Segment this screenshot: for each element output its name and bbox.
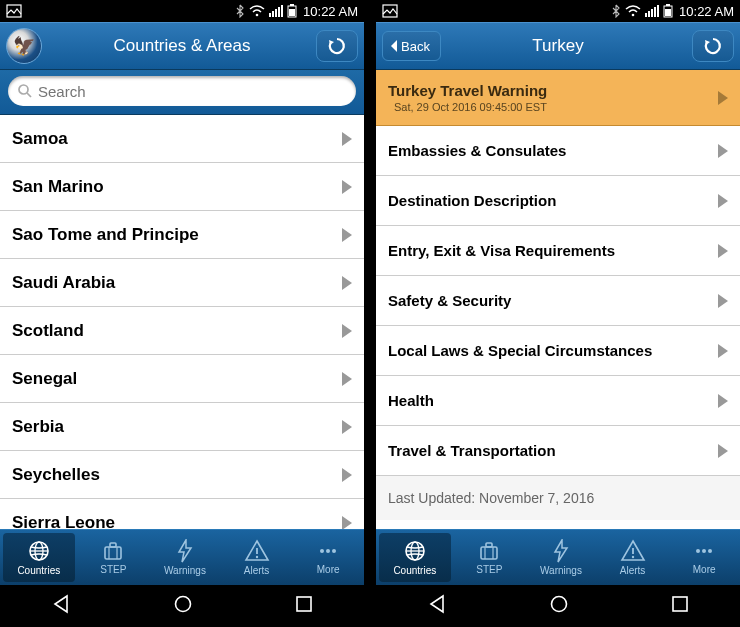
list-item[interactable]: Scotland — [0, 307, 364, 355]
app-header: Back Turkey — [376, 22, 740, 70]
refresh-icon — [703, 36, 723, 56]
svg-marker-57 — [718, 394, 728, 408]
list-item[interactable]: Senegal — [0, 355, 364, 403]
list-item[interactable]: Destination Description — [376, 176, 740, 226]
globe-icon — [402, 539, 428, 563]
tab-label: Alerts — [244, 565, 270, 576]
list-item-label: Sierra Leone — [12, 513, 340, 530]
svg-rect-44 — [654, 7, 656, 17]
nav-recent-button[interactable] — [643, 589, 717, 623]
svg-rect-47 — [666, 4, 670, 6]
tab-alerts[interactable]: Alerts — [597, 530, 669, 585]
svg-marker-13 — [342, 132, 352, 146]
chevron-right-icon — [340, 515, 354, 530]
tab-warnings[interactable]: Warnings — [149, 530, 221, 585]
svg-marker-49 — [391, 40, 397, 52]
nav-recent-button[interactable] — [267, 589, 341, 623]
list-item[interactable]: Embassies & Consulates — [376, 126, 740, 176]
page-title: Countries & Areas — [0, 36, 364, 56]
svg-marker-58 — [718, 444, 728, 458]
us-seal-icon: 🦅 — [6, 28, 42, 64]
list-item[interactable]: Saudi Arabia — [0, 259, 364, 307]
list-item[interactable]: Serbia — [0, 403, 364, 451]
list-item[interactable]: Sierra Leone — [0, 499, 364, 529]
tab-step[interactable]: STEP — [454, 530, 526, 585]
svg-marker-14 — [342, 180, 352, 194]
more-icon — [692, 540, 716, 562]
android-nav-bar — [0, 585, 364, 627]
nav-back-button[interactable] — [23, 588, 99, 624]
chevron-right-icon — [716, 193, 730, 209]
globe-icon — [26, 539, 52, 563]
tab-bar: Countries STEP Warnings Alerts More — [0, 529, 364, 585]
svg-rect-26 — [110, 543, 116, 547]
tab-bar: Countries STEP Warnings Alerts More — [376, 529, 740, 585]
svg-marker-36 — [55, 596, 67, 612]
signal-icon — [269, 5, 283, 17]
tab-countries[interactable]: Countries — [3, 533, 75, 582]
svg-point-74 — [552, 597, 567, 612]
back-button[interactable]: Back — [382, 31, 441, 61]
search-icon — [17, 83, 33, 99]
chevron-right-icon — [340, 323, 354, 339]
bolt-icon — [175, 539, 195, 563]
list-item-label: Saudi Arabia — [12, 273, 340, 293]
svg-marker-55 — [718, 294, 728, 308]
svg-marker-18 — [342, 372, 352, 386]
tab-alerts[interactable]: Alerts — [221, 530, 293, 585]
nav-back-button[interactable] — [399, 588, 475, 624]
tab-countries[interactable]: Countries — [379, 533, 451, 582]
status-bar: 10:22 AM — [376, 0, 740, 22]
list-item[interactable]: Entry, Exit & Visa Requirements — [376, 226, 740, 276]
list-item[interactable]: Travel & Transportation — [376, 426, 740, 476]
list-item[interactable]: Sao Tome and Principe — [0, 211, 364, 259]
picture-icon — [6, 4, 22, 18]
chevron-right-icon — [340, 179, 354, 195]
tab-more[interactable]: More — [668, 530, 740, 585]
svg-point-34 — [326, 549, 330, 553]
svg-point-1 — [256, 14, 259, 17]
chevron-right-icon — [340, 467, 354, 483]
tab-more[interactable]: More — [292, 530, 364, 585]
bluetooth-icon — [235, 4, 245, 18]
bluetooth-icon — [611, 4, 621, 18]
chevron-right-icon — [716, 143, 730, 159]
list-item-label: Entry, Exit & Visa Requirements — [388, 242, 716, 259]
detail-list: Turkey Travel Warning Sat, 29 Oct 2016 0… — [376, 70, 740, 529]
svg-marker-17 — [342, 324, 352, 338]
search-input[interactable] — [8, 76, 356, 106]
travel-warning-row[interactable]: Turkey Travel Warning Sat, 29 Oct 2016 0… — [376, 70, 740, 126]
search-bar — [0, 70, 364, 115]
list-item[interactable]: Safety & Security — [376, 276, 740, 326]
tab-label: Countries — [17, 565, 60, 576]
list-item-label: Samoa — [12, 129, 340, 149]
tab-label: Warnings — [164, 565, 206, 576]
refresh-button[interactable] — [692, 30, 734, 62]
tab-step[interactable]: STEP — [78, 530, 150, 585]
more-icon — [316, 540, 340, 562]
list-item[interactable]: San Marino — [0, 163, 364, 211]
phone-left: 10:22 AM 🦅 Countries & Areas Samoa San M… — [0, 0, 364, 627]
svg-point-70 — [696, 549, 700, 553]
list-item-label: Senegal — [12, 369, 340, 389]
list-item[interactable]: Samoa — [0, 115, 364, 163]
list-item[interactable]: Health — [376, 376, 740, 426]
chevron-left-icon — [389, 39, 399, 53]
nav-home-button[interactable] — [521, 588, 597, 624]
svg-rect-4 — [275, 9, 277, 17]
last-updated: Last Updated: November 7, 2016 — [376, 476, 740, 520]
refresh-button[interactable] — [316, 30, 358, 62]
list-item-label: Sao Tome and Principe — [12, 225, 340, 245]
list-item-label: Travel & Transportation — [388, 442, 716, 459]
chevron-right-icon — [716, 243, 730, 259]
svg-rect-63 — [486, 543, 492, 547]
tab-label: Alerts — [620, 565, 646, 576]
list-item[interactable]: Local Laws & Special Circumstances — [376, 326, 740, 376]
list-item[interactable]: Seychelles — [0, 451, 364, 499]
chevron-right-icon — [340, 131, 354, 147]
nav-home-button[interactable] — [145, 588, 221, 624]
chevron-right-icon — [716, 393, 730, 409]
tab-warnings[interactable]: Warnings — [525, 530, 597, 585]
svg-point-32 — [255, 556, 257, 558]
warning-subtitle: Sat, 29 Oct 2016 09:45:00 EST — [394, 101, 716, 113]
